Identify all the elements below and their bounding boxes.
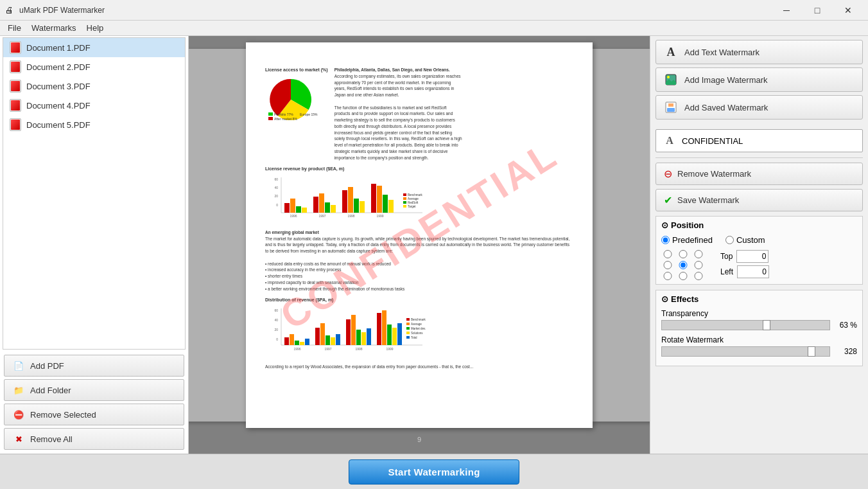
watermark-item-label: CONFIDENTIAL [682, 136, 743, 146]
svg-rect-22 [354, 199, 359, 213]
svg-text:Market dev.: Market dev. [411, 327, 426, 330]
rotate-value: 328 [834, 347, 857, 356]
rotate-slider[interactable] [661, 346, 830, 357]
svg-text:After market 8%: After market 8% [274, 117, 297, 120]
close-button[interactable]: ✕ [833, 0, 863, 21]
svg-rect-21 [348, 187, 353, 213]
position-section: ⊙ Position Predefined Custom [655, 216, 863, 285]
pos-bot-left[interactable] [661, 272, 674, 280]
svg-rect-49 [300, 342, 304, 345]
menu-file[interactable]: File [3, 22, 26, 34]
svg-rect-62 [382, 310, 386, 345]
add-folder-button[interactable]: 📁 Add Folder [4, 379, 184, 401]
svg-rect-0 [268, 112, 273, 116]
svg-rect-60 [367, 328, 371, 345]
svg-rect-64 [392, 328, 397, 345]
transparency-slider[interactable] [661, 320, 830, 330]
watermark-buttons-section: A Add Text Watermark Add Image Watermark [650, 36, 868, 127]
svg-rect-72 [406, 323, 410, 325]
watermark-text-icon: A [663, 134, 677, 148]
svg-text:Average: Average [408, 197, 419, 200]
svg-text:40: 40 [274, 318, 278, 322]
svg-rect-26 [383, 195, 388, 213]
svg-text:0: 0 [276, 337, 278, 341]
svg-rect-2 [294, 112, 299, 116]
svg-rect-15 [302, 208, 307, 213]
svg-rect-34 [403, 197, 406, 200]
file-item-1[interactable]: Document 1.PDF [3, 38, 185, 57]
transparency-value: 63 % [834, 321, 857, 330]
svg-rect-27 [388, 200, 394, 213]
svg-text:1996: 1996 [290, 214, 297, 218]
predefined-radio[interactable] [661, 236, 670, 244]
left-input[interactable] [737, 265, 769, 278]
svg-rect-14 [296, 206, 301, 213]
svg-rect-16 [313, 197, 318, 213]
svg-text:Europe 15%: Europe 15% [300, 112, 318, 116]
add-pdf-button[interactable]: 📄 Add PDF [4, 355, 184, 377]
pos-mid-left[interactable] [661, 261, 674, 269]
effects-header[interactable]: ⊙ Effects [661, 294, 857, 304]
pdf-shadow-left [189, 49, 246, 422]
pos-top-center[interactable] [677, 250, 690, 258]
save-watermark-button[interactable]: ✔ Save Watermark [655, 189, 863, 211]
add-pdf-icon: 📄 [12, 359, 25, 372]
svg-text:Solutions: Solutions [411, 332, 423, 335]
svg-rect-61 [377, 313, 381, 345]
pdf-icon-1 [10, 41, 21, 54]
pdf-text-block-1: Philadelphia, Atlanta, Dallas, San Diego… [334, 67, 463, 161]
file-item-4[interactable]: Document 4.PDF [3, 96, 185, 115]
left-input-row: Left [720, 265, 769, 278]
pos-top-left[interactable] [661, 250, 674, 258]
position-header[interactable]: ⊙ Position [661, 220, 857, 230]
minimize-button[interactable]: ─ [772, 0, 801, 21]
menu-watermarks[interactable]: Watermarks [26, 22, 82, 34]
maximize-button[interactable]: □ [803, 0, 832, 21]
remove-watermark-button[interactable]: ⊖ Remove Watermark [655, 163, 863, 185]
pos-bot-right[interactable] [692, 272, 705, 280]
left-label: Left [720, 267, 733, 276]
start-watermarking-button[interactable]: Start Watermarking [349, 459, 519, 485]
top-input[interactable] [736, 250, 768, 263]
svg-rect-50 [305, 339, 309, 345]
position-labels: Top Left [720, 250, 769, 278]
svg-rect-54 [331, 337, 335, 345]
svg-rect-70 [406, 318, 410, 321]
position-label: Position [671, 220, 704, 230]
custom-radio-label[interactable]: Custom [725, 235, 765, 245]
add-text-watermark-button[interactable]: A Add Text Watermark [655, 40, 863, 64]
pos-top-right[interactable] [692, 250, 705, 258]
image-watermark-icon [664, 73, 678, 87]
svg-text:Total: Total [411, 336, 417, 339]
svg-text:1999: 1999 [376, 214, 383, 218]
svg-text:1996: 1996 [293, 347, 300, 351]
file-item-5[interactable]: Document 5.PDF [3, 115, 185, 134]
pos-bot-center[interactable] [677, 272, 690, 280]
remove-selected-button[interactable]: ⛔ Remove Selected [4, 404, 184, 425]
file-name-2: Document 2.PDF [26, 62, 91, 72]
position-collapse-icon: ⊙ [661, 220, 668, 230]
svg-rect-36 [403, 201, 406, 204]
svg-rect-4 [268, 117, 273, 120]
svg-text:1997: 1997 [318, 214, 326, 218]
watermark-list-item[interactable]: A CONFIDENTIAL [655, 129, 863, 152]
pos-mid-right[interactable] [692, 261, 705, 269]
top-label: Top [720, 252, 733, 261]
file-item-2[interactable]: Document 2.PDF [3, 57, 185, 76]
pos-mid-center[interactable] [677, 261, 690, 269]
svg-text:Benchmark: Benchmark [408, 193, 423, 197]
remove-selected-label: Remove Selected [30, 410, 96, 420]
file-item-3[interactable]: Document 3.PDF [3, 76, 185, 96]
file-list-wrapper: Document 1.PDF Document 2.PDF Document 3… [3, 37, 186, 350]
svg-text:1998: 1998 [355, 347, 362, 351]
pdf-icon-5 [10, 118, 21, 131]
svg-rect-84 [668, 103, 673, 107]
custom-radio[interactable] [725, 236, 734, 244]
remove-all-button[interactable]: ✖ Remove All [4, 428, 184, 450]
menu-help[interactable]: Help [82, 22, 109, 34]
predefined-radio-label[interactable]: Predefined [661, 235, 713, 245]
add-saved-watermark-button[interactable]: Add Saved Watermark [655, 95, 863, 120]
bar-chart-2: Distribution of revenue ($PA, m) 60 40 2… [265, 297, 573, 359]
svg-rect-52 [320, 323, 325, 345]
add-image-watermark-button[interactable]: Add Image Watermark [655, 67, 863, 92]
